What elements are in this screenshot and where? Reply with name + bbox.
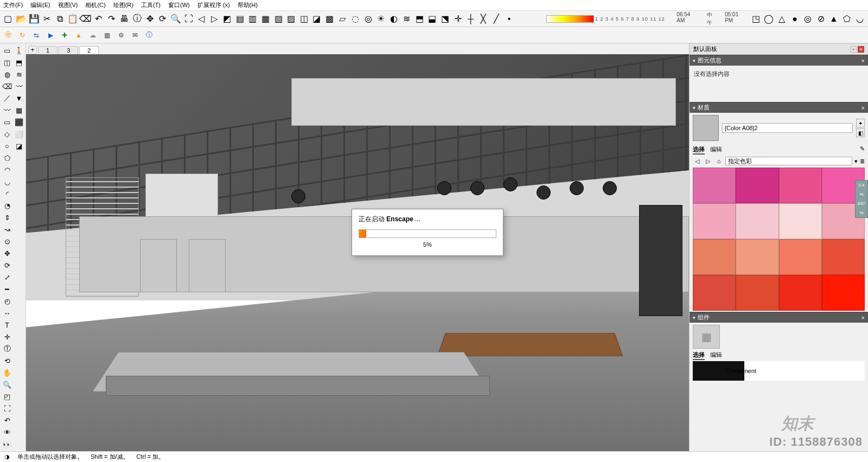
- model-info-icon[interactable]: ⓘ: [131, 13, 143, 25]
- shaded-tex-icon[interactable]: ▩: [324, 13, 336, 25]
- zoom-extents-tool-icon[interactable]: ⛶: [1, 402, 13, 414]
- front-icon[interactable]: ▥: [247, 13, 259, 25]
- drape-tool-icon[interactable]: ▼: [13, 92, 25, 104]
- grid-tool-icon[interactable]: ▦: [13, 104, 25, 116]
- right-icon[interactable]: ▦: [260, 13, 272, 25]
- section-tool-icon[interactable]: ⬒: [13, 56, 25, 68]
- pan-icon[interactable]: ✥: [144, 13, 156, 25]
- refresh-icon[interactable]: ↻: [16, 29, 28, 41]
- next-icon[interactable]: ▷: [208, 13, 220, 25]
- material-swatch[interactable]: [736, 203, 778, 239]
- material-swatch[interactable]: [736, 168, 778, 203]
- open-icon[interactable]: 📂: [15, 13, 27, 25]
- sandbox2-tool-icon[interactable]: 〰: [13, 80, 25, 92]
- solid3-tool-icon[interactable]: ◪: [13, 140, 25, 152]
- render-icon[interactable]: ▦: [101, 29, 113, 41]
- nav-fwd-icon[interactable]: ▷: [704, 157, 712, 165]
- section-close-icon[interactable]: ×: [861, 105, 865, 111]
- scene-tab-1[interactable]: 1: [38, 46, 58, 54]
- dome-icon[interactable]: ◡: [854, 13, 866, 25]
- axes-tool-icon[interactable]: ✛: [1, 331, 13, 343]
- axes-icon[interactable]: ✛: [452, 13, 464, 25]
- rect-tool-icon[interactable]: ▭: [1, 116, 13, 128]
- terrain-icon[interactable]: ▲: [73, 29, 85, 41]
- sun-icon[interactable]: ☀: [375, 13, 387, 25]
- material-sample-icon[interactable]: ◧: [856, 129, 865, 137]
- text-tool-icon[interactable]: T: [1, 319, 13, 331]
- home-icon[interactable]: ⌂: [714, 157, 723, 165]
- move-tool-icon[interactable]: ✥: [1, 247, 13, 259]
- tray-pin-icon[interactable]: ▫: [850, 46, 857, 53]
- live-icon[interactable]: ▶: [44, 29, 56, 41]
- materials-tab-select[interactable]: 选择: [693, 145, 705, 155]
- redo-icon[interactable]: ↷: [106, 13, 118, 25]
- 3pt-arc-tool-icon[interactable]: ◜: [1, 188, 13, 200]
- section-close-icon[interactable]: ×: [861, 315, 865, 321]
- circle-tool-icon[interactable]: ○: [1, 140, 13, 152]
- line-tool-icon[interactable]: ／: [1, 92, 13, 104]
- scale-tool-icon[interactable]: ⤢: [1, 271, 13, 283]
- material-swatch[interactable]: [822, 275, 865, 311]
- sphere-icon[interactable]: ●: [789, 13, 801, 25]
- layers-add-icon[interactable]: ✚: [59, 29, 71, 41]
- scene-add-button[interactable]: +: [28, 46, 37, 54]
- follow-tool-icon[interactable]: ↝: [1, 223, 13, 235]
- material-collection-dropdown[interactable]: [725, 157, 852, 165]
- eyedropper-icon[interactable]: ✎: [860, 145, 865, 155]
- component-row[interactable]: Component: [693, 361, 865, 381]
- undo-icon[interactable]: ↶: [93, 13, 105, 25]
- copy-icon[interactable]: ⧉: [54, 13, 66, 25]
- settings-icon[interactable]: ⚙: [115, 29, 127, 41]
- info-icon[interactable]: ⓘ: [143, 29, 155, 41]
- current-material-swatch[interactable]: [693, 115, 719, 141]
- menu-view[interactable]: 视图(V): [58, 1, 78, 9]
- paste-icon[interactable]: 📋: [67, 13, 79, 25]
- look-tool-icon[interactable]: 👀: [1, 438, 13, 450]
- material-swatch[interactable]: [736, 275, 778, 311]
- solid1-tool-icon[interactable]: ⬛: [13, 116, 25, 128]
- menu-file[interactable]: 文件(F): [3, 1, 23, 9]
- fog-icon[interactable]: ≋: [401, 13, 413, 25]
- materials-tab-edit[interactable]: 编辑: [710, 145, 722, 155]
- save-icon[interactable]: 💾: [28, 13, 40, 25]
- floating-stats-widget[interactable]: 2.4% 637%: [855, 180, 868, 218]
- material-swatch[interactable]: [693, 239, 736, 275]
- xray-icon[interactable]: ◫: [298, 13, 310, 25]
- material-swatch[interactable]: [779, 275, 822, 311]
- menu-tools[interactable]: 工具(T): [141, 1, 161, 9]
- sec-fill-icon[interactable]: ⬓: [426, 13, 438, 25]
- cut-icon[interactable]: ✂: [41, 13, 53, 25]
- section-icon[interactable]: ⬒: [413, 13, 425, 25]
- new-icon[interactable]: ▢: [2, 13, 14, 25]
- offset-tool-icon[interactable]: ⊙: [1, 235, 13, 247]
- sync-icon[interactable]: ⇆: [30, 29, 42, 41]
- solid2-tool-icon[interactable]: ⬜: [13, 128, 25, 140]
- hidden-geom-icon[interactable]: ╳: [478, 13, 490, 25]
- orbit-tool-icon[interactable]: ⟲: [1, 355, 13, 367]
- cloud-icon[interactable]: ☁: [87, 29, 99, 41]
- prev-icon[interactable]: ◁: [195, 13, 207, 25]
- scene-tab-3[interactable]: 3: [59, 46, 78, 54]
- material-swatch[interactable]: [693, 275, 736, 311]
- guides-icon[interactable]: ┼: [465, 13, 477, 25]
- eraser-tool-icon[interactable]: ⌫: [1, 80, 13, 92]
- material-swatch[interactable]: [822, 239, 865, 275]
- tray-titlebar[interactable]: 默认面板 ▫×: [690, 43, 868, 55]
- 3dtext-tool-icon[interactable]: Ⓣ: [1, 343, 13, 355]
- material-swatch[interactable]: [779, 168, 822, 203]
- tape-tool-icon[interactable]: ━: [1, 283, 13, 295]
- zoom-window-tool-icon[interactable]: ◰: [1, 390, 13, 402]
- nav-back-icon[interactable]: ◁: [693, 157, 701, 165]
- cone-icon[interactable]: △: [776, 13, 788, 25]
- material-create-icon[interactable]: ✦: [856, 119, 865, 127]
- sandbox1-tool-icon[interactable]: ≋: [13, 68, 25, 80]
- time-am[interactable]: 06:54 AM: [676, 11, 699, 27]
- dimension-tool-icon[interactable]: ↔: [1, 307, 13, 319]
- menu-window[interactable]: 窗口(W): [168, 1, 190, 9]
- torus-icon[interactable]: ◎: [802, 13, 814, 25]
- zoom-extents-icon[interactable]: ⛶: [183, 13, 195, 25]
- arc-tool-icon[interactable]: ◠: [1, 164, 13, 176]
- menu-extensions[interactable]: 扩展程序 (x): [197, 1, 230, 9]
- materials-header[interactable]: ▾ 材质 ×: [690, 102, 868, 113]
- walk-tool-icon[interactable]: 🚶: [13, 44, 25, 56]
